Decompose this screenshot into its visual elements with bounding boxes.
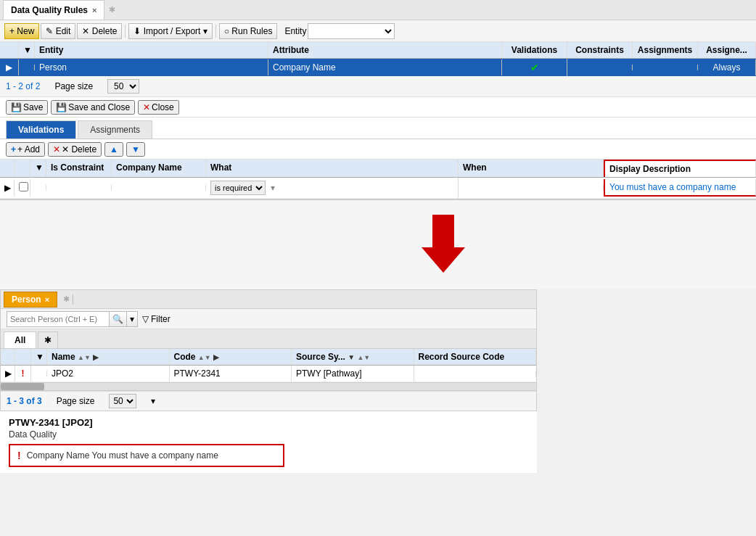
person-tab-pin[interactable]: ✱	[38, 331, 58, 348]
person-panel: Person × ✱ 🔍 ▾ ▽ Filter All ✱ ▼ Name ▲▼	[0, 289, 537, 411]
col-filter-icon3[interactable]: ▼	[348, 353, 355, 361]
search-dropdown-button[interactable]: ▾	[126, 312, 137, 326]
save-button[interactable]: 💾 Save	[6, 100, 48, 115]
close-label: Close	[152, 102, 174, 112]
pg-row-record	[414, 371, 537, 376]
is-required-select[interactable]: is required	[210, 181, 266, 195]
move-down-button[interactable]: ▼	[126, 142, 145, 157]
close-button[interactable]: ✕ Close	[138, 100, 179, 115]
search-button[interactable]: 🔍	[109, 312, 126, 326]
close-icon: ✕	[143, 102, 150, 112]
save-label: Save	[23, 102, 43, 112]
panel-resize-handle[interactable]	[73, 294, 78, 305]
pg-col-record-header: Record Source Code	[414, 349, 537, 365]
toolbar-separator	[125, 25, 126, 38]
error-box: ! Company Name You must have a company n…	[9, 444, 284, 467]
sort-icons[interactable]: ▲▼	[78, 354, 91, 361]
search-input[interactable]	[7, 312, 109, 326]
filter-button[interactable]: ▽ Filter	[142, 314, 170, 324]
person-tab-label: Person	[12, 294, 41, 305]
val-grid: ▼ Is Constraint Company Name What When D…	[0, 160, 756, 199]
person-tab-pin[interactable]: ✱	[63, 294, 70, 304]
val-col-what-header: What	[206, 160, 459, 177]
person-tab-close[interactable]: ×	[45, 295, 49, 304]
tab-validations[interactable]: Validations	[6, 120, 76, 139]
row-constraints	[567, 65, 633, 70]
val-row-filter	[30, 185, 46, 191]
val-row-when	[459, 185, 604, 191]
val-row-constraint	[46, 185, 112, 191]
import-export-button[interactable]: ⬇ Import / Export ▾	[128, 23, 212, 39]
pg-col-source-header: Source Sy... ▼ ▲▼	[292, 349, 414, 365]
val-grid-header: ▼ Is Constraint Company Name What When D…	[0, 160, 756, 178]
main-grid-header: ▼ Entity Attribute Validations Constrain…	[0, 42, 756, 59]
pg-row-name: JPO2	[47, 366, 170, 382]
detail-subtitle: Data Quality	[9, 429, 528, 440]
pg-row-arrow: ▶	[1, 366, 15, 382]
val-col-constraint-header: Is Constraint	[46, 160, 112, 177]
tab-assignments[interactable]: Assignments	[78, 120, 152, 139]
row-checkbox[interactable]	[19, 182, 28, 191]
nav-arrow-icon: ▶	[6, 62, 12, 73]
save-icon: 💾	[11, 102, 22, 112]
pg-row-alert: !	[15, 366, 31, 382]
val-row-display: You must have a company name	[604, 179, 756, 197]
pg-source-label: Source Sy...	[296, 352, 345, 362]
save-close-button[interactable]: 💾 Save and Close	[51, 100, 135, 115]
scroll-thumb[interactable]	[1, 383, 44, 390]
tab-title: Data Quality Rules	[11, 5, 88, 15]
table-row[interactable]: ▶ ! JPO2 PTWY-2341 PTWY [Pathway]	[1, 366, 536, 382]
down-arrow	[422, 215, 465, 275]
val-row-name	[112, 185, 206, 191]
pagination-bar: 1 - 2 of 2 Page size 50	[0, 76, 756, 97]
person-page-size-dropdown[interactable]: 50	[109, 394, 136, 408]
save-close-icon: 💾	[56, 102, 67, 112]
row-validations: ✔	[502, 59, 567, 76]
pg-col-arrow	[1, 349, 15, 365]
val-row-checkbox[interactable]	[15, 179, 30, 197]
tab-section: Validations Assignments	[0, 117, 756, 139]
sort-icons3[interactable]: ▲▼	[357, 354, 370, 361]
entity-label: Entity	[284, 26, 306, 36]
filter-icon: ▼	[23, 45, 32, 55]
pg-row-source: PTWY [Pathway]	[292, 366, 414, 382]
val-row-arrow: ▶	[0, 180, 15, 196]
person-tab-bar: Person × ✱	[1, 290, 536, 309]
col-filter-icon2[interactable]: ▶	[213, 353, 219, 361]
entity-dropdown[interactable]	[308, 23, 395, 39]
validation-checkmark: ✔	[530, 62, 539, 73]
pg-col-alert	[15, 349, 31, 365]
person-page-size-label: Page size	[57, 396, 95, 406]
detail-section: PTWY-2341 [JPO2] Data Quality ! Company …	[0, 411, 537, 473]
person-tab[interactable]: Person ×	[4, 292, 57, 308]
table-row[interactable]: ▶ Person Company Name ✔ Always	[0, 59, 756, 76]
val-col-check-header	[15, 160, 30, 177]
add-button[interactable]: + + Add	[6, 142, 45, 157]
pg-code-label: Code	[174, 352, 196, 362]
val-grid-row[interactable]: ▶ is required ▾ You must have a company …	[0, 178, 756, 199]
error-text: Company Name You must have a company nam…	[27, 450, 218, 461]
person-toolbar: 🔍 ▾ ▽ Filter	[1, 309, 536, 329]
move-up-button[interactable]: ▲	[104, 142, 123, 157]
filter-funnel-icon: ▽	[142, 314, 149, 324]
person-tab-all[interactable]: All	[4, 331, 36, 348]
delete-button[interactable]: ✕ Delete	[77, 23, 122, 39]
svg-marker-0	[422, 215, 465, 273]
horizontal-scrollbar[interactable]	[1, 382, 536, 391]
page-size-dropdown[interactable]: 50	[107, 79, 139, 94]
action-toolbar: 💾 Save 💾 Save and Close ✕ Close	[0, 97, 756, 117]
val-col-name-header: Company Name	[112, 160, 206, 177]
run-rules-button[interactable]: ○ Run Rules	[219, 23, 278, 39]
edit-button[interactable]: ✎ Edit	[41, 23, 75, 39]
save-close-label: Save and Close	[68, 102, 130, 112]
page-size-arrow: ▾	[151, 396, 155, 406]
col-filter-icon[interactable]: ▶	[93, 353, 99, 361]
pg-row-filter	[31, 371, 47, 376]
sort-icons2[interactable]: ▲▼	[198, 354, 211, 361]
new-button[interactable]: + New	[4, 23, 39, 39]
data-quality-rules-tab[interactable]: Data Quality Rules ×	[3, 0, 104, 20]
what-dropdown-arrow: ▾	[271, 183, 275, 193]
tab-close-icon[interactable]: ×	[92, 6, 96, 15]
inner-delete-button[interactable]: ✕ ✕ Delete	[48, 142, 102, 157]
tab-pin-icon[interactable]: ✱	[109, 5, 115, 15]
